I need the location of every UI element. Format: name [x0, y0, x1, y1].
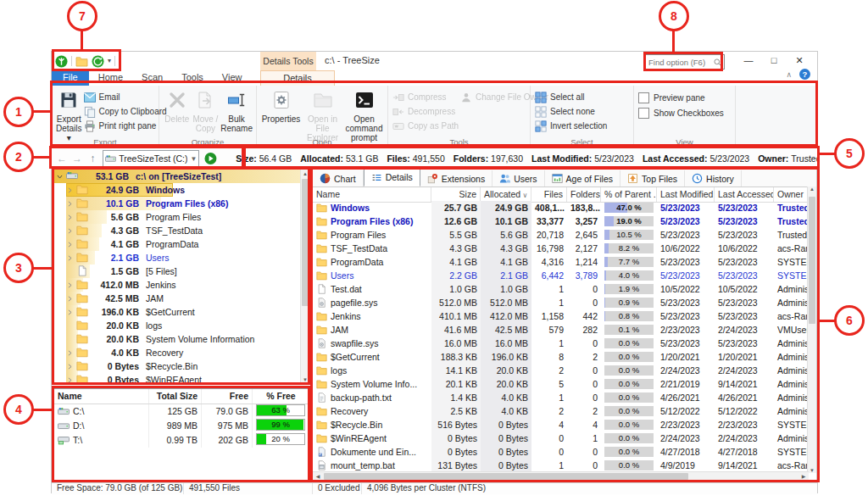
chevron-right-icon[interactable] — [64, 237, 75, 251]
path-combobox[interactable]: TreeSizeTest (C:) ▼ — [103, 150, 199, 167]
column-header-owner[interactable]: Owner — [774, 187, 809, 202]
chevron-right-icon[interactable] — [64, 292, 75, 305]
details-row-backup-path-txt[interactable]: backup-path.txt1.4 KB4.0 KB100.0 %4/26/2… — [313, 391, 809, 404]
details-row-system-volume-info[interactable]: System Volume Info...20.1 KB20.0 KB500.0… — [313, 377, 809, 391]
chevron-right-icon[interactable] — [64, 346, 75, 359]
back-icon[interactable]: ← — [57, 153, 67, 164]
open-command-prompt-button[interactable]: Open commandprompt — [344, 89, 384, 142]
drive-col-free[interactable]: Free — [202, 389, 253, 404]
folder-icon[interactable] — [75, 56, 88, 67]
details-row-test-dat[interactable]: Test.dat1.0 GB1.0 GB101.9 %10/5/202210/5… — [313, 282, 809, 296]
tree-item-recovery[interactable]: 4.0 KBRecovery — [54, 346, 309, 359]
tree-vertical-scrollbar[interactable]: ▲▼ — [300, 170, 309, 384]
tab-home[interactable]: Home — [89, 70, 132, 86]
chevron-right-icon[interactable] — [64, 251, 75, 264]
drive-col-name[interactable]: Name — [54, 389, 149, 404]
drive-row-d[interactable]: D:\989 MB975 MB99 % — [54, 419, 309, 433]
export-details-button[interactable]: ExportDetails ▾ — [56, 89, 82, 142]
chevron-right-icon[interactable] — [64, 278, 75, 292]
tree-item-program-files[interactable]: 5.6 GBProgram Files — [54, 210, 309, 224]
details-row-users[interactable]: Users2.2 GB2.1 GB6,4423,7894.0 %5/23/202… — [313, 269, 809, 282]
details-row-jam[interactable]: JAM41.6 MB42.5 MB5792820.1 %2/23/20232/2… — [313, 323, 809, 337]
tab-file[interactable]: File — [52, 70, 89, 86]
close-button[interactable]: ✕ — [787, 52, 812, 70]
invert-selection-button[interactable]: Invert selection — [535, 120, 607, 132]
column-header-size[interactable]: Size — [431, 187, 481, 202]
chevron-right-icon[interactable] — [64, 210, 75, 224]
bulk-rename-button[interactable]: BulkRename — [220, 89, 253, 133]
properties-button[interactable]: Properties — [261, 89, 301, 124]
tree-item-users[interactable]: 2.1 GBUsers — [54, 251, 309, 264]
details-tab-age-of-files[interactable]: Age of Files — [545, 170, 620, 186]
tree-item-system-volume-information[interactable]: 20.0 KBSystem Volume Information — [54, 332, 309, 346]
chevron-down-icon[interactable] — [54, 170, 64, 183]
minimize-button[interactable]: — — [736, 52, 761, 70]
chevron-right-icon[interactable] — [64, 224, 75, 237]
tab-details[interactable]: Details — [260, 70, 335, 86]
column-header-allocated[interactable]: Allocated ∨ — [481, 187, 531, 202]
details-row-jenkins[interactable]: Jenkins410.1 MB412.0 MB1,1584420.8 %5/23… — [313, 309, 809, 323]
quick-access-dropdown-icon[interactable]: ▾ — [108, 58, 111, 64]
details-tab-details[interactable]: Details — [364, 169, 420, 186]
column-header-folders[interactable]: Folders — [567, 187, 601, 202]
tree-item-programdata[interactable]: 4.1 GBProgramData — [54, 237, 309, 251]
details-tab-history[interactable]: History — [685, 170, 742, 186]
tree-item-jam[interactable]: 42.5 MBJAM — [54, 292, 309, 305]
column-header-files[interactable]: Files — [531, 187, 567, 202]
details-row-winreagent[interactable]: $WinREAgent0 Bytes0 Bytes010.0 %2/24/202… — [313, 431, 809, 445]
tree-item-tsf-testdata[interactable]: 4.3 GBTSF_TestData — [54, 224, 309, 237]
chevron-right-icon[interactable] — [64, 373, 75, 385]
details-row-tsf-testdata[interactable]: TSF_TestData4.3 GB4.3 GB16,7982,1278.2 %… — [313, 242, 809, 255]
details-row-program-files-x86[interactable]: Program Files (x86)12.6 GB10.1 GB33,3773… — [313, 214, 809, 228]
tab-view[interactable]: View — [213, 70, 252, 86]
details-row-programdata[interactable]: ProgramData4.1 GB4.1 GB4,3161,2147.7 %5/… — [313, 255, 809, 269]
chevron-right-icon[interactable] — [64, 305, 75, 319]
details-row-recovery[interactable]: Recovery2.5 KB4.0 KB220.0 %5/12/20225/12… — [313, 404, 809, 418]
column-header-of-parent[interactable]: % of Parent ... — [601, 187, 657, 202]
chevron-down-icon[interactable]: ▼ — [190, 155, 197, 163]
collapse-ribbon-icon[interactable]: ∧ — [786, 70, 792, 79]
tree-item-jenkins[interactable]: 412.0 MBJenkins — [54, 278, 309, 292]
tree-item-5-files[interactable]: 1.5 GB[5 Files] — [54, 264, 309, 278]
preview-pane-checkbox[interactable]: Preview pane — [638, 91, 724, 104]
maximize-button[interactable]: □ — [761, 52, 787, 70]
tab-scan[interactable]: Scan — [132, 70, 172, 86]
details-tab-users[interactable]: Users — [492, 170, 544, 186]
scan-icon[interactable] — [92, 55, 104, 68]
find-option-box[interactable] — [645, 54, 725, 70]
details-vertical-scrollbar[interactable]: ▲ ▼ — [807, 186, 816, 473]
column-header-name[interactable]: Name — [313, 187, 431, 202]
drive-row-c[interactable]: C:\125 GB79.0 GB63 % — [54, 404, 309, 419]
tree-item-winreagent[interactable]: 0 Bytes$WinREAgent — [54, 373, 309, 385]
details-row-logs[interactable]: logs14.1 KB20.0 KB200.0 %2/24/20232/24/2… — [313, 364, 809, 377]
tree-item-windows[interactable]: 24.9 GBWindows — [54, 183, 309, 197]
email-button[interactable]: Email — [84, 91, 167, 103]
up-icon[interactable]: ↑ — [87, 153, 97, 164]
print-right-pane-button[interactable]: Print right pane — [84, 120, 167, 132]
forward-icon[interactable]: → — [72, 153, 82, 164]
tree-item-recycle-bin[interactable]: 0 Bytes$Recycle.Bin — [54, 359, 309, 373]
details-tab-extensions[interactable]: Extensions — [420, 170, 492, 186]
drive-col-total-size[interactable]: Total Size — [149, 389, 202, 404]
start-scan-button[interactable] — [204, 152, 217, 165]
select-all-button[interactable]: Select all — [535, 91, 607, 103]
show-checkboxes-checkbox[interactable]: Show Checkboxes — [638, 106, 724, 120]
tab-tools[interactable]: Tools — [172, 70, 213, 86]
chevron-right-icon[interactable] — [64, 183, 75, 197]
drive-col-free[interactable]: % Free — [253, 389, 309, 404]
details-tab-top-files[interactable]: Top Files — [620, 170, 685, 186]
details-row-dokumente-und-ein[interactable]: Dokumente und Ein...0 Bytes0 Bytes000.0 … — [313, 445, 809, 459]
tree-item-program-files-x86[interactable]: 10.1 GBProgram Files (x86) — [54, 197, 309, 210]
tree-item-getcurrent[interactable]: 196.0 KB$GetCurrent — [54, 305, 309, 319]
treesize-logo-icon[interactable] — [55, 55, 68, 68]
details-horizontal-scrollbar[interactable]: ◀ ▶ — [313, 471, 809, 482]
details-row-mount-temp-bat[interactable]: mount_temp.bat131 Bytes0 Bytes100.0 %4/9… — [313, 459, 809, 472]
select-none-button[interactable]: Select none — [535, 105, 607, 118]
details-row-program-files[interactable]: Program Files5.5 GB5.6 GB20,7182,64510.5… — [313, 228, 809, 242]
details-row-windows[interactable]: Windows25.7 GB24.9 GB408,1...183,8...47.… — [313, 201, 809, 214]
column-header-last-accessed[interactable]: Last Accessed — [715, 187, 774, 202]
details-row-getcurrent[interactable]: $GetCurrent188.3 KB196.0 KB820.0 %1/20/2… — [313, 350, 809, 364]
tree-item-logs[interactable]: 20.0 KBlogs — [54, 319, 309, 332]
tree-item-c-on-treesizetest[interactable]: 53.1 GBc:\ on [TreeSizeTest] — [54, 170, 309, 183]
help-icon[interactable]: ? — [799, 69, 810, 80]
